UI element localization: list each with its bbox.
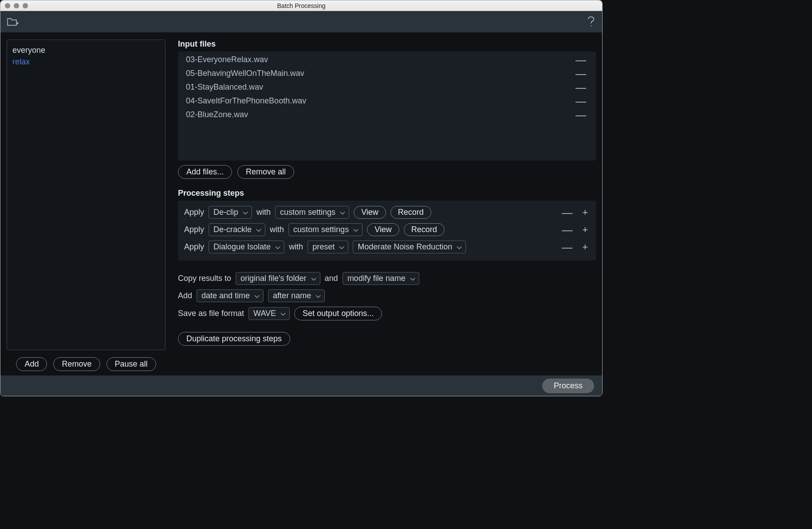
module-value: De-crackle [213,225,252,234]
module-value: Dialogue Isolate [213,242,271,252]
format-value: WAVE [253,309,276,318]
settings-type-value: custom settings [293,225,349,234]
step-row-actions: —+ [560,227,590,233]
add-step-icon[interactable]: + [580,227,590,233]
view-button[interactable]: View [354,206,386,219]
add-preset-button[interactable]: Add [16,357,47,371]
input-file-row[interactable]: 02-BlueZone.wav— [178,108,596,122]
sidebar-actions: Add Remove Pause all [7,357,166,371]
toolbar [0,11,602,32]
add-label: Add [178,291,192,300]
open-folder-button[interactable] [7,16,19,28]
step-row-actions: —+ [560,244,590,250]
input-file-row[interactable]: 04-SaveItForThePhoneBooth.wav— [178,94,596,108]
chevron-down-icon [339,242,344,252]
window-title: Batch Processing [277,2,326,9]
module-select[interactable]: De-clip [209,206,252,219]
traffic-lights [0,3,28,8]
zoom-window-icon[interactable] [23,3,28,8]
remove-file-icon[interactable]: — [574,112,588,118]
minimize-window-icon[interactable] [14,3,19,8]
record-button[interactable]: Record [390,206,431,219]
remove-all-files-button[interactable]: Remove all [237,165,294,179]
main-area: everyone relax Add Remove Pause all Inpu… [0,32,602,375]
step-row-actions: —+ [560,209,590,216]
with-label: with [256,208,271,217]
titlebar: Batch Processing [0,0,602,11]
input-file-row[interactable]: 05-BehavingWellOnTheMain.wav— [178,67,596,80]
settings-type-select[interactable]: custom settings [288,223,363,236]
process-button[interactable]: Process [542,379,594,393]
module-value: De-clip [213,208,238,217]
input-file-row[interactable]: 03-EveryoneRelax.wav— [178,51,596,67]
preset-value: Moderate Noise Reduction [358,242,452,252]
processing-step-row: ApplyDe-clipwithcustom settingsViewRecor… [184,206,590,219]
chevron-down-icon [410,274,415,283]
processing-steps-list: ApplyDe-clipwithcustom settingsViewRecor… [178,201,596,261]
settings-type-select[interactable]: preset [307,241,348,253]
destination-value: original file's folder [240,274,307,283]
save-as-label: Save as file format [178,309,244,318]
module-select[interactable]: De-crackle [209,223,265,236]
chevron-down-icon [280,309,286,318]
format-select[interactable]: WAVE [248,307,290,320]
add-what-value: date and time [201,291,250,300]
name-action-select[interactable]: modify file name [343,272,419,285]
chevron-down-icon [457,242,462,252]
input-files-section: Input files 03-EveryoneRelax.wav—05-Beha… [178,39,596,179]
module-select[interactable]: Dialogue Isolate [209,241,284,253]
add-suffix-row: Add date and time after name [178,289,596,302]
chevron-down-icon [254,291,260,300]
record-button[interactable]: Record [404,223,445,236]
copy-results-label: Copy results to [178,274,231,283]
settings-type-select[interactable]: custom settings [275,206,349,219]
settings-type-value: preset [312,242,335,252]
remove-step-icon[interactable]: — [560,227,574,233]
close-window-icon[interactable] [5,3,10,8]
output-section: Copy results to original file's folder a… [178,272,596,346]
remove-file-icon[interactable]: — [574,98,588,104]
svg-point-0 [591,25,591,26]
and-label: and [325,274,338,283]
remove-preset-button[interactable]: Remove [53,357,100,371]
remove-step-icon[interactable]: — [560,244,574,250]
destination-select[interactable]: original file's folder [236,272,320,285]
copy-results-row: Copy results to original file's folder a… [178,272,596,285]
preset-item-relax[interactable]: relax [12,56,160,67]
add-step-icon[interactable]: + [580,209,590,216]
chevron-down-icon [256,225,261,234]
view-button[interactable]: View [367,223,399,236]
remove-file-icon[interactable]: — [574,57,588,63]
chevron-down-icon [311,274,316,283]
add-where-select[interactable]: after name [268,289,325,302]
add-files-button[interactable]: Add files... [178,165,232,179]
apply-label: Apply [184,225,204,234]
name-action-value: modify file name [347,274,406,283]
pause-all-button[interactable]: Pause all [106,357,156,371]
processing-step-row: ApplyDialogue IsolatewithpresetModerate … [184,241,590,253]
preset-item-everyone[interactable]: everyone [12,44,160,56]
with-label: with [289,242,303,252]
add-where-value: after name [273,291,311,300]
chevron-down-icon [315,291,321,300]
help-button[interactable] [586,16,596,28]
input-file-name: 03-EveryoneRelax.wav [186,55,268,64]
file-actions: Add files... Remove all [178,165,596,179]
remove-step-icon[interactable]: — [560,209,574,216]
settings-type-value: custom settings [280,208,335,217]
add-step-icon[interactable]: + [580,244,590,250]
input-files-list: 03-EveryoneRelax.wav—05-BehavingWellOnTh… [178,51,596,161]
add-what-select[interactable]: date and time [197,289,264,302]
set-output-options-button[interactable]: Set output options... [294,307,382,320]
duplicate-steps-button[interactable]: Duplicate processing steps [178,332,290,346]
chevron-down-icon [243,208,248,217]
footer-bar: Process [0,375,602,396]
chevron-down-icon [353,225,359,234]
remove-file-icon[interactable]: — [574,84,588,91]
input-file-name: 02-BlueZone.wav [186,110,248,119]
remove-file-icon[interactable]: — [574,71,588,77]
input-file-row[interactable]: 01-StayBalanced.wav— [178,80,596,94]
processing-steps-section: Processing steps ApplyDe-clipwithcustom … [178,189,596,261]
input-file-name: 04-SaveItForThePhoneBooth.wav [186,96,306,106]
preset-select[interactable]: Moderate Noise Reduction [353,241,466,253]
